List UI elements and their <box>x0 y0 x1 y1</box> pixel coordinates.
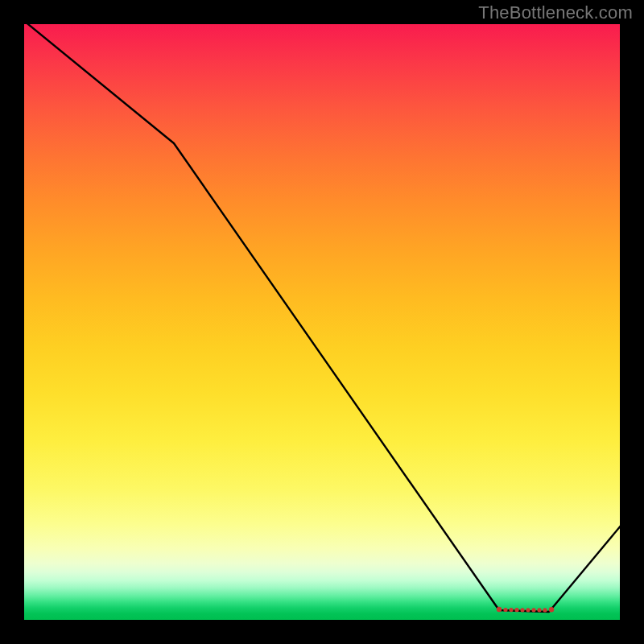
watermark-text: TheBottleneck.com <box>478 2 633 23</box>
svg-point-0 <box>497 607 502 612</box>
svg-point-7 <box>537 608 541 612</box>
chart-stage: TheBottleneck.com <box>0 0 644 644</box>
bottleneck-curve-line <box>24 24 620 612</box>
svg-point-8 <box>543 608 547 612</box>
svg-point-5 <box>526 608 530 612</box>
chart-overlay <box>24 24 620 620</box>
plot-area <box>24 24 620 620</box>
svg-point-6 <box>531 608 535 612</box>
svg-point-3 <box>514 608 518 612</box>
svg-point-1 <box>503 608 507 612</box>
svg-point-2 <box>509 608 513 612</box>
svg-point-4 <box>520 608 524 612</box>
svg-point-9 <box>549 607 554 612</box>
